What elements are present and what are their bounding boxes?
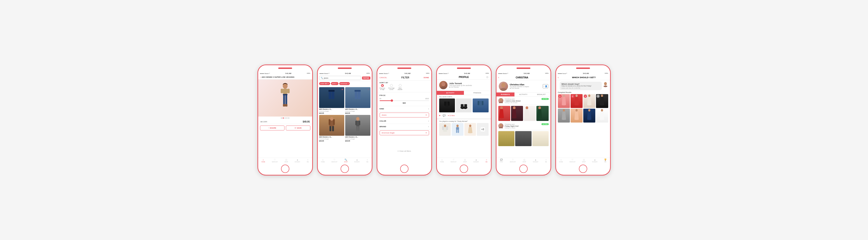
- runway-item-more[interactable]: +3: [477, 123, 489, 136]
- nav-runway-2[interactable]: ▲ RUNWAY: [354, 159, 360, 163]
- nav-wishlist-6[interactable]: ♡ WISHLIST: [569, 159, 576, 163]
- sort-popular[interactable]: Mostpopular: [398, 84, 402, 90]
- result-item-8[interactable]: [596, 109, 608, 123]
- nav-me-5[interactable]: ○ ME: [545, 159, 547, 163]
- dress-cream[interactable]: [532, 131, 549, 146]
- home-button-3[interactable]: [400, 165, 408, 173]
- refine-button[interactable]: REFINE: [362, 77, 370, 80]
- sort-price-low[interactable]: Price lowto high: [380, 84, 385, 90]
- nav-search-2[interactable]: 🔍 SHOP: [344, 159, 348, 163]
- tab-activity-5[interactable]: ACTIVITY: [515, 92, 532, 97]
- runway-item-1[interactable]: [439, 123, 451, 136]
- kind-active-tag[interactable]: Jeans ×: [380, 113, 429, 117]
- dot-3[interactable]: [284, 117, 286, 118]
- runway-item-2[interactable]: [452, 123, 463, 136]
- slider-thumb[interactable]: [391, 100, 393, 102]
- nav-wishlist-4[interactable]: ♡ WISHLIST: [451, 159, 457, 163]
- dot-5[interactable]: [288, 117, 289, 118]
- nav-runway-5[interactable]: ▲ RUNWAY: [533, 159, 538, 163]
- nav-shop-4[interactable]: ◻ SHOP: [463, 159, 467, 163]
- tab-wishlist-5[interactable]: WISHLIST: [532, 92, 551, 97]
- dress-maroon[interactable]: [511, 106, 523, 121]
- home-button-5[interactable]: [519, 165, 528, 173]
- brand-active-tag[interactable]: American Eagle ×: [380, 130, 429, 135]
- result-item-3[interactable]: 2: [583, 94, 595, 108]
- nav-home-2[interactable]: ⌂ HOME: [321, 159, 325, 163]
- dot-1[interactable]: [281, 117, 282, 118]
- like-icon[interactable]: ♥: [439, 114, 441, 117]
- result-item-1[interactable]: 3: [558, 94, 570, 108]
- nav-shop-5[interactable]: ◻ SHOP: [523, 159, 526, 163]
- saved-item-1[interactable]: [439, 99, 455, 112]
- result-item-2[interactable]: 1: [570, 94, 583, 108]
- home-button-2[interactable]: [341, 165, 349, 173]
- share-button[interactable]: ↑ SHARE: [260, 126, 284, 130]
- search-result-4[interactable]: AEO Denim x S... American Eagle $49.95: [345, 115, 370, 142]
- wishlist-icon-item-2[interactable]: ☆: [367, 88, 369, 91]
- result-item-4[interactable]: 4: [596, 94, 608, 108]
- nav-me-1[interactable]: ○ ME: [307, 159, 309, 163]
- brand-tag-remove[interactable]: ×: [426, 132, 427, 134]
- kind-tag-remove[interactable]: ×: [426, 114, 427, 116]
- search-result-1[interactable]: ★ AEO Denim x S... American Eagle $49.95: [319, 87, 344, 114]
- nav-home-6[interactable]: ⌂ HOME: [559, 159, 563, 163]
- nav-home-1[interactable]: ⌂ HOME: [261, 159, 265, 163]
- dress-white[interactable]: [524, 106, 536, 121]
- nav-wishlist-1[interactable]: ♡ WISHLIST: [272, 159, 278, 163]
- search-input[interactable]: 🔍 jeans: [319, 76, 361, 80]
- dress-gray[interactable]: [515, 131, 532, 146]
- nav-runway-1[interactable]: ▲ RUNWAY: [294, 159, 300, 163]
- wishlist-icon-item-1[interactable]: ★: [341, 88, 343, 91]
- result-item-7[interactable]: [583, 109, 595, 123]
- nav-shop-6[interactable]: ◻ SHOP: [582, 159, 586, 163]
- remove-tag-jeans[interactable]: ×: [336, 83, 337, 85]
- saved-item-2[interactable]: [456, 99, 472, 112]
- settings-icon[interactable]: ⚙: [486, 76, 489, 79]
- tag-american[interactable]: American ×: [339, 82, 350, 85]
- dot-4[interactable]: [286, 117, 287, 118]
- cancel-button[interactable]: CANCEL: [380, 77, 387, 79]
- nav-runway-6[interactable]: ▲ RUNWAY: [592, 159, 598, 163]
- nav-runway-4[interactable]: ▲ RUNWAY: [473, 159, 479, 163]
- tag-under60[interactable]: under $60 ×: [319, 82, 330, 85]
- tab-activity[interactable]: ACTIVITY: [437, 91, 464, 95]
- result-item-6[interactable]: [570, 109, 583, 123]
- nav-wishlist-2[interactable]: ♡ WISHLIST: [331, 159, 337, 163]
- sort-price-high[interactable]: Price highto low: [389, 84, 395, 90]
- saved-item-3[interactable]: [473, 99, 489, 112]
- nav-wishlist-5[interactable]: ♡ WISHLIST: [510, 159, 516, 163]
- color-row[interactable]: COLOR ›: [377, 118, 431, 124]
- result-item-5[interactable]: [558, 109, 570, 123]
- search-result-3[interactable]: AEO Denim x S... American Eagle $49.95: [319, 115, 344, 142]
- back-arrow-5[interactable]: ‹: [498, 76, 499, 79]
- dress-green[interactable]: [536, 106, 549, 121]
- add-friend-button[interactable]: + 👤: [542, 84, 548, 88]
- remove-tag-under60[interactable]: ×: [328, 83, 329, 85]
- home-button-1[interactable]: [281, 165, 289, 173]
- nav-chat-5[interactable]: 💬 CHAT: [500, 159, 503, 163]
- runway-item-3[interactable]: [464, 123, 476, 136]
- price-slider[interactable]: [380, 100, 429, 101]
- kind-row[interactable]: KIND ›: [377, 106, 431, 112]
- clear-all-filters[interactable]: ✕ Clear all filters: [377, 148, 431, 154]
- dress-red[interactable]: [498, 106, 510, 121]
- dot-2[interactable]: [283, 117, 284, 118]
- remove-tag-american[interactable]: ×: [348, 83, 349, 85]
- nav-me-4[interactable]: ○ ME: [486, 159, 488, 163]
- nav-me-2[interactable]: ○ ME: [367, 159, 368, 163]
- search-result-2[interactable]: ☆ AEO Denim x S... American Eagle $49.95: [345, 87, 370, 114]
- comment-icon[interactable]: 💬: [443, 114, 445, 117]
- dress-gold[interactable]: [498, 131, 515, 146]
- nav-shop-1[interactable]: ◻ SHOP: [284, 159, 288, 163]
- tab-friends[interactable]: FRIENDS: [464, 91, 491, 95]
- done-button[interactable]: DONE: [424, 77, 429, 79]
- nav-home-4[interactable]: ⌂ HOME: [440, 159, 444, 163]
- brand-row[interactable]: BRAND ›: [377, 124, 431, 130]
- home-button-6[interactable]: [579, 165, 587, 173]
- nav-me-6[interactable]: 🏆 ME: [604, 159, 607, 163]
- back-arrow-6[interactable]: ‹: [558, 76, 559, 79]
- home-button-4[interactable]: [460, 165, 468, 173]
- tab-runways[interactable]: RUNWAYS: [496, 92, 515, 97]
- tag-jeans[interactable]: jeans ×: [331, 82, 339, 85]
- back-arrow-1[interactable]: ‹: [260, 76, 261, 78]
